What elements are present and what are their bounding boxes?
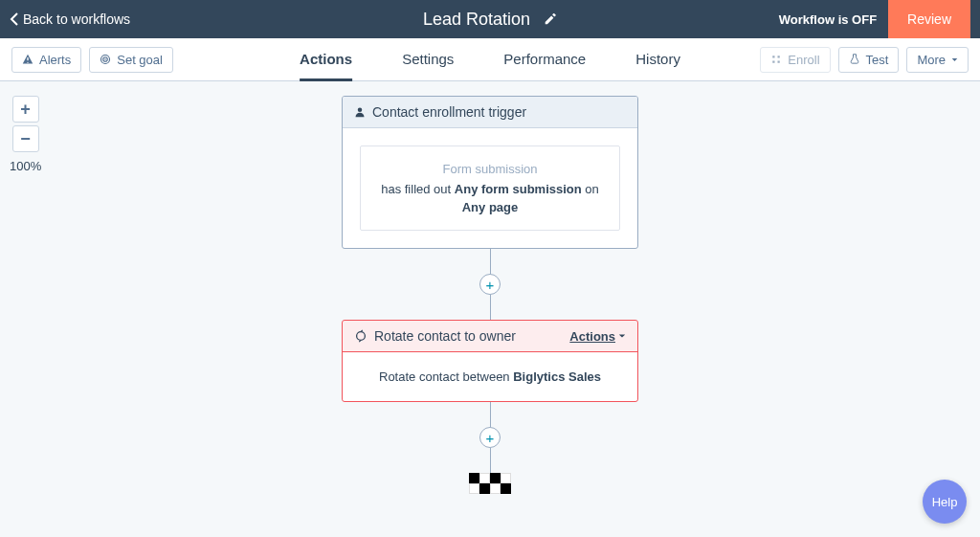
test-button[interactable]: Test	[838, 47, 900, 73]
review-button[interactable]: Review	[888, 0, 970, 38]
more-button[interactable]: More	[906, 47, 969, 73]
target-icon	[100, 54, 111, 65]
trigger-criteria-box[interactable]: Form submission has filled out Any form …	[360, 145, 620, 231]
set-goal-label: Set goal	[117, 53, 163, 67]
contact-icon	[354, 106, 366, 118]
rotate-card-header: Rotate contact to owner Actions	[342, 320, 638, 352]
tab-performance[interactable]: Performance	[503, 38, 586, 81]
trigger-card-body: Form submission has filled out Any form …	[343, 128, 637, 248]
trigger-form-name: Any form submission	[455, 182, 582, 196]
trigger-header-label: Contact enrollment trigger	[372, 104, 526, 120]
warning-icon	[22, 54, 33, 65]
rotate-owner-card[interactable]: Rotate contact to owner Actions Rotate c…	[342, 320, 638, 402]
caret-down-icon	[951, 56, 958, 63]
workflow-status-label: Workflow is OFF	[779, 12, 877, 27]
rotate-card-body: Rotate contact between Biglytics Sales	[343, 352, 637, 401]
svg-point-4	[357, 332, 366, 341]
test-label: Test	[866, 53, 889, 67]
workflow-title-wrap: Lead Rotation	[423, 10, 557, 30]
card-actions-label: Actions	[569, 329, 615, 344]
add-action-button[interactable]: +	[479, 427, 501, 448]
trigger-line-mid: on	[582, 182, 599, 196]
rotate-header-label: Rotate contact to owner	[374, 328, 516, 344]
finish-flag-icon	[469, 473, 511, 494]
header-right: Workflow is OFF Review	[779, 0, 970, 38]
tab-history[interactable]: History	[635, 38, 680, 81]
svg-point-2	[104, 58, 106, 60]
rotate-team-name: Biglytics Sales	[513, 369, 601, 384]
trigger-page-name: Any page	[372, 200, 608, 214]
workflow-canvas[interactable]: Contact enrollment trigger Form submissi…	[0, 81, 980, 537]
workflow-tabs: Actions Settings Performance History	[300, 38, 680, 81]
rotate-icon	[354, 329, 368, 343]
connector-line	[490, 402, 491, 427]
help-button[interactable]: Help	[923, 480, 967, 524]
app-header: Back to workflows Lead Rotation Workflow…	[0, 0, 980, 38]
back-label: Back to workflows	[23, 11, 130, 27]
enrollment-trigger-card[interactable]: Contact enrollment trigger Form submissi…	[342, 96, 638, 249]
alerts-label: Alerts	[39, 53, 71, 67]
card-actions-dropdown[interactable]: Actions	[569, 329, 626, 344]
beaker-icon	[849, 54, 860, 65]
enroll-icon	[770, 54, 782, 65]
set-goal-button[interactable]: Set goal	[89, 47, 173, 73]
enroll-label: Enroll	[788, 53, 819, 67]
alerts-button[interactable]: Alerts	[11, 47, 81, 73]
connector-line	[490, 448, 491, 473]
edit-title-icon[interactable]	[544, 12, 557, 26]
trigger-description: has filled out Any form submission on An…	[372, 182, 608, 214]
trigger-card-header: Contact enrollment trigger	[343, 97, 637, 128]
trigger-line-pre: has filled out	[381, 182, 455, 196]
connector-line	[490, 295, 491, 320]
workflow-title: Lead Rotation	[423, 10, 530, 30]
enroll-button[interactable]: Enroll	[760, 47, 830, 73]
caret-down-icon	[618, 332, 626, 340]
back-to-workflows-link[interactable]: Back to workflows	[10, 11, 130, 27]
chevron-left-icon	[10, 12, 19, 26]
connector-line	[490, 249, 491, 274]
more-label: More	[917, 53, 946, 67]
tab-actions[interactable]: Actions	[300, 38, 352, 81]
trigger-subtitle: Form submission	[372, 162, 608, 176]
tab-settings[interactable]: Settings	[402, 38, 454, 81]
rotate-body-pre: Rotate contact between	[379, 369, 513, 384]
add-action-button[interactable]: +	[479, 274, 501, 295]
svg-point-3	[358, 108, 363, 113]
